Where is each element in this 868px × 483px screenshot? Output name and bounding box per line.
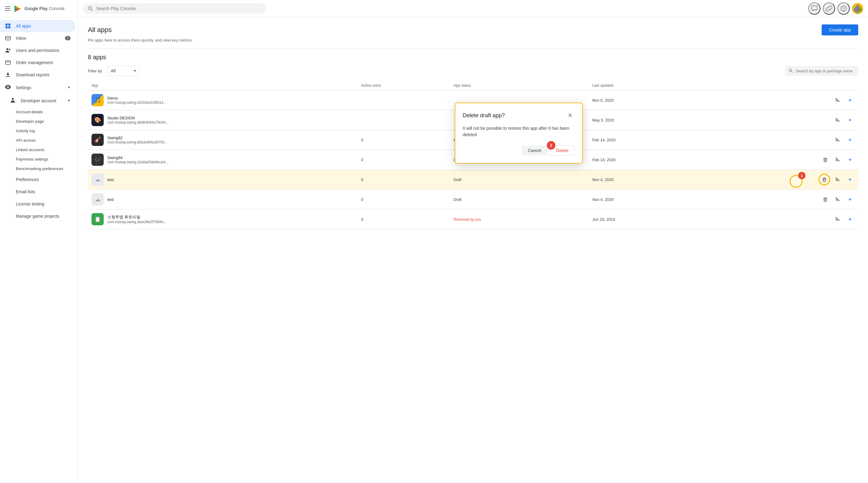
go-to-app-button[interactable] [845, 155, 855, 165]
table-row: ☁ test 0 Draft Nov 4, 2020 [88, 170, 858, 190]
app-icon: 📋 [92, 213, 104, 225]
app-search-bar[interactable] [785, 66, 858, 76]
avatar[interactable] [852, 3, 863, 14]
sidebar-item-order-management[interactable]: Order management [0, 56, 75, 69]
pin-icon [835, 217, 840, 222]
sidebar-subitem-developer-page[interactable]: Developer page [0, 117, 75, 126]
sidebar-item-settings[interactable]: Settings ▼ [0, 81, 75, 94]
pin-app-button[interactable] [833, 175, 842, 184]
row-actions [731, 195, 855, 204]
modal-close-button[interactable]: ✕ [565, 111, 575, 120]
delete-app-button[interactable] [820, 155, 830, 165]
arrow-right-icon [847, 177, 852, 182]
app-status-cell: Draft [450, 170, 589, 190]
row-actions [731, 135, 855, 145]
people-icon [5, 47, 11, 53]
sidebar-item-license-testing[interactable]: License testing [0, 198, 75, 210]
actions-cell [727, 190, 858, 209]
arrow-right-icon [847, 197, 852, 202]
sidebar-subitem-payments-settings[interactable]: Payments settings [0, 154, 75, 164]
sidebar-subitem-account-details[interactable]: Account details [0, 107, 75, 117]
go-to-app-button[interactable] [845, 95, 855, 105]
search-bar[interactable] [83, 3, 266, 14]
sidebar-subitem-benchmarking-preferences[interactable]: Benchmarking preferences [0, 164, 75, 173]
arrow-right-icon [847, 157, 852, 163]
chat-icon-button[interactable] [808, 2, 820, 15]
col-header-users: Active users [358, 81, 450, 90]
modal-cancel-button[interactable]: Cancel [522, 146, 548, 155]
go-to-app-button[interactable] [845, 175, 855, 184]
brand-logo[interactable]: Google Play Console [13, 4, 65, 13]
divider [88, 49, 858, 49]
help-icon-button[interactable] [837, 2, 850, 15]
create-app-button[interactable]: Create app [822, 24, 858, 35]
link-icon [826, 5, 832, 12]
filter-label: Filter by [88, 69, 102, 73]
sidebar-subitem-label: Benchmarking preferences [16, 166, 63, 171]
app-icon: 🎸 [92, 134, 104, 146]
go-to-app-button[interactable] [845, 214, 855, 224]
status-badge: Draft [454, 178, 461, 182]
sidebar-item-label: Email lists [16, 189, 35, 194]
pin-app-button[interactable] [833, 115, 842, 125]
app-package: com.hustay.swing.d8d64b94a79c94... [107, 120, 169, 124]
pin-app-button[interactable] [833, 155, 842, 165]
col-header-updated: Last updated [589, 81, 727, 90]
actions-cell [727, 209, 858, 229]
last-updated-cell: Feb 14, 2020 [589, 130, 727, 150]
app-cell: ☁ test [88, 170, 358, 190]
sidebar-subitem-linked-accounts[interactable]: Linked accounts [0, 145, 75, 154]
pin-app-button[interactable] [833, 214, 842, 224]
search-icon [88, 6, 93, 11]
go-to-app-button[interactable] [845, 135, 855, 145]
sidebar-item-manage-game-projects[interactable]: Manage game projects [0, 210, 75, 222]
avatar-image [852, 3, 863, 14]
email-icon [5, 189, 11, 195]
sidebar-subitem-api-access[interactable]: API access [0, 136, 75, 145]
sidebar-developer-account[interactable]: Developer account ▼ [0, 94, 75, 107]
sidebar: Google Play Console All apps Inbox 5 Use… [0, 0, 78, 483]
sidebar-item-label: Download reports [16, 73, 50, 77]
link-icon-button[interactable] [823, 2, 835, 15]
app-cell: ☁ test [88, 190, 358, 209]
pin-app-button[interactable] [833, 195, 842, 204]
pin-icon [835, 197, 840, 202]
topbar-icons [808, 2, 863, 15]
sidebar-subitem-activity-log[interactable]: Activity log [0, 126, 75, 136]
sidebar-item-inbox[interactable]: Inbox 5 [0, 32, 75, 44]
hamburger-menu-icon[interactable] [5, 6, 10, 11]
pin-icon [835, 157, 840, 163]
sidebar-item-label: Settings [16, 85, 31, 90]
app-icon: 🎨 [92, 114, 104, 126]
inbox-icon [5, 35, 11, 41]
inbox-badge: 5 [65, 36, 70, 40]
svg-rect-1 [8, 24, 10, 26]
sidebar-item-download-reports[interactable]: Download reports [0, 69, 75, 81]
pin-app-button[interactable] [833, 95, 842, 105]
app-status-cell: Draft [450, 190, 589, 209]
sidebar-subitem-label: Activity log [16, 129, 35, 133]
developer-account-label: Developer account [21, 98, 56, 103]
app-details: Demo com.hustay.swing.d31fcbc016f014... [107, 96, 166, 105]
row-actions [731, 174, 855, 185]
grid-icon [5, 23, 11, 29]
go-to-app-button[interactable] [845, 115, 855, 125]
app-info: ☁ test [92, 173, 354, 186]
last-updated-cell: Nov 4, 2020 [589, 170, 727, 190]
search-input[interactable] [96, 6, 261, 11]
delete-app-button[interactable] [818, 174, 830, 185]
pin-app-button[interactable] [833, 135, 842, 145]
app-search-input[interactable] [796, 69, 855, 73]
sidebar-item-preferences[interactable]: Preferences [0, 173, 75, 186]
modal-header: Delete draft app? ✕ [463, 111, 575, 120]
sidebar-item-all-apps[interactable]: All apps [0, 20, 75, 32]
go-to-app-button[interactable] [845, 195, 855, 204]
sidebar-subitem-label: Account details [16, 110, 43, 114]
play-store-icon [13, 4, 22, 13]
app-package: com.hustay.swing.dbec8fe2f79844... [107, 220, 166, 224]
filter-select[interactable]: All Published Draft Removed [107, 66, 140, 76]
chat-icon [811, 5, 818, 12]
delete-app-button[interactable] [820, 195, 830, 204]
sidebar-item-email-lists[interactable]: Email lists [0, 186, 75, 198]
sidebar-item-users-permissions[interactable]: Users and permissions [0, 44, 75, 56]
